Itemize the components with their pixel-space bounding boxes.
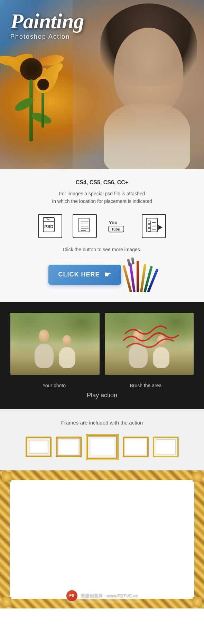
click-prompt: Click the button to see more images. <box>14 247 190 252</box>
doc-svg <box>76 216 93 235</box>
youtube-icon: You Tube <box>107 214 131 238</box>
youtube-svg: You Tube <box>107 216 131 235</box>
desc-line1: For images a special psd file is attashe… <box>59 191 145 196</box>
watermark-site: 梵摄创意库 · www.FSTVC.cc <box>80 593 138 599</box>
brushed-photo-bg <box>105 313 194 375</box>
svg-text:Tube: Tube <box>111 227 120 231</box>
info-description: For images a special psd file is attashe… <box>14 190 190 205</box>
frame-3-svg <box>86 434 119 460</box>
demo-section: Your photo Brush the area Play action <box>0 302 204 409</box>
final-painting-section: FS 梵摄创意库 · www.FSTVC.cc <box>0 470 204 608</box>
play-action-label: Play action <box>10 392 194 399</box>
your-photo-label: Your photo <box>43 383 66 388</box>
click-section: CLICK HERE ☛ <box>14 257 190 292</box>
frame-corner-br <box>193 597 202 607</box>
svg-rect-18 <box>148 228 151 231</box>
gold-frame-border <box>0 470 204 608</box>
brush-strokes-svg <box>105 313 194 375</box>
frame-2 <box>56 437 82 457</box>
psd-svg: file PSD <box>41 216 59 235</box>
hero-title-painting: Painting <box>10 10 84 32</box>
info-section: CS4, CS5, CS6, CC+ For images a special … <box>0 169 204 302</box>
frames-title: Frames are included with the action <box>7 420 197 426</box>
hand-icon: ☛ <box>104 270 111 279</box>
svg-rect-31 <box>126 439 146 455</box>
watermark-logo: FS <box>66 590 77 601</box>
sunflower-small <box>41 86 44 128</box>
frame-3 <box>86 434 119 460</box>
frames-row <box>7 434 197 460</box>
original-photo-bg <box>10 313 100 375</box>
frame-5 <box>153 437 179 457</box>
svg-rect-23 <box>30 441 47 452</box>
svg-rect-25 <box>59 440 78 454</box>
version-label: CS4, CS5, CS6, CC+ <box>14 179 190 186</box>
original-photo <box>10 313 100 375</box>
svg-rect-33 <box>155 439 176 455</box>
frame-corner-tl <box>2 472 11 482</box>
sunflower-decoration <box>7 45 83 142</box>
desc-line2: In which the location for placement is i… <box>52 198 152 204</box>
watermark: FS 梵摄创意库 · www.FSTVC.cc <box>62 588 142 603</box>
frame-2-svg <box>56 437 82 457</box>
svg-marker-20 <box>158 225 163 230</box>
svg-text:PSD: PSD <box>44 224 54 229</box>
icon-row: file PSD You Tube <box>14 214 190 238</box>
brushed-photo <box>105 313 194 375</box>
demo-labels-row: Your photo Brush the area <box>10 380 194 388</box>
frame-1 <box>26 437 52 457</box>
frames-section: Frames are included with the action <box>0 409 204 470</box>
frame-corner-bl <box>2 597 11 607</box>
document-icon <box>73 214 97 238</box>
frame-4-svg <box>123 437 149 457</box>
svg-text:file: file <box>46 218 50 221</box>
svg-rect-14 <box>148 221 151 224</box>
frame-5-svg <box>153 437 179 457</box>
click-here-button[interactable]: CLICK HERE ☛ <box>48 265 121 285</box>
frame-1-svg <box>26 437 52 457</box>
svg-text:You: You <box>109 220 117 225</box>
brush-area-label: Brush the area <box>130 383 161 388</box>
watermark-logo-text: FS <box>69 593 74 598</box>
click-here-label: CLICK HERE <box>58 271 100 278</box>
checklist-svg <box>145 216 164 235</box>
hero-title-sub: Photoshop Action <box>10 33 84 40</box>
frame-corner-tr <box>193 472 202 482</box>
psd-icon: file PSD <box>38 214 62 238</box>
frame-4 <box>123 437 149 457</box>
paintbrushes-icon <box>128 257 156 292</box>
girl-silhouette <box>73 0 204 169</box>
hero-title-block: Painting Photoshop Action <box>10 10 84 40</box>
svg-rect-16 <box>148 225 151 227</box>
demo-photos-row <box>10 313 194 375</box>
hero-section: Painting Photoshop Action <box>0 0 204 169</box>
svg-rect-29 <box>91 439 114 455</box>
checklist-icon <box>142 214 166 238</box>
